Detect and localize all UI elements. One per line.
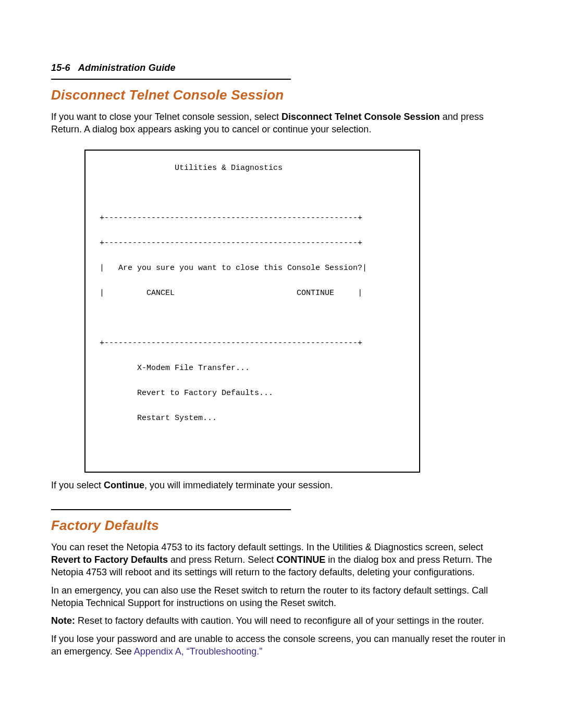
text: and press Return. Select [168, 554, 276, 565]
text: If you want to close your Telnet console… [51, 112, 282, 122]
disconnect-paragraph-1: If you want to close your Telnet console… [51, 110, 512, 136]
bold-text: Disconnect Telnet Console Session [282, 112, 440, 122]
menu-item-xmodem[interactable]: X-Modem File Transfer... [95, 362, 410, 375]
note-label: Note: [51, 615, 75, 626]
border-r: | [362, 264, 367, 273]
disconnect-paragraph-2: If you select Continue, you will immedia… [51, 479, 512, 491]
dialog-border-bottom: +---------------------------------------… [95, 337, 410, 350]
bold-text: Revert to Factory Defaults [51, 554, 168, 565]
text: If you lose your password and are unable… [51, 634, 506, 657]
appendix-link[interactable]: Appendix A, “Troubleshooting.” [134, 646, 262, 657]
section-rule [51, 79, 291, 80]
terminal-title: Utilities & Diagnostics [175, 164, 283, 172]
dialog-line: | Are you sure you want to close this Co… [95, 262, 410, 275]
dialog-border-top2: +---------------------------------------… [95, 237, 410, 250]
border-l: | [95, 264, 104, 273]
text: Reset to factory defaults with caution. … [75, 615, 484, 626]
bold-text: Continue [104, 480, 144, 490]
menu-item-restart[interactable]: Restart System... [95, 412, 410, 425]
tail [334, 289, 358, 298]
terminal-figure: Utilities & Diagnostics +---------------… [84, 150, 512, 473]
dialog-buttons-line: | CANCEL CONTINUE | [95, 287, 410, 300]
dialog-border-top1: +---------------------------------------… [95, 212, 410, 225]
factory-paragraph-4: If you lose your password and are unable… [51, 633, 512, 658]
running-title: Administration Guide [78, 63, 176, 73]
dialog-prompt: Are you sure you want to close this Cons… [104, 264, 362, 273]
text: , you will immediately terminate your se… [144, 480, 333, 490]
border-r: | [358, 289, 362, 298]
cancel-button[interactable]: CANCEL [104, 289, 175, 298]
blank-line [95, 312, 410, 325]
section-heading-factory: Factory Defaults [51, 517, 512, 534]
gap [175, 289, 297, 298]
factory-paragraph-1: You can reset the Netopia 4753 to its fa… [51, 541, 512, 579]
factory-paragraph-3: Note: Reset to factory defaults with cau… [51, 614, 512, 627]
text: You can reset the Netopia 4753 to its fa… [51, 542, 483, 552]
section-heading-disconnect: Disconnect Telnet Console Session [51, 87, 512, 103]
running-header: 15-6 Administration Guide [51, 63, 512, 73]
blank-line [95, 187, 410, 200]
terminal-screen: Utilities & Diagnostics +---------------… [84, 150, 420, 473]
bold-text: CONTINUE [276, 554, 325, 565]
section-rule [51, 509, 291, 510]
border-l: | [95, 289, 104, 298]
page-number: 15-6 [51, 63, 70, 73]
terminal-title-line: Utilities & Diagnostics [95, 162, 410, 175]
document-page: 15-6 Administration Guide Disconnect Tel… [0, 0, 563, 694]
running-title-space [73, 63, 78, 73]
continue-button[interactable]: CONTINUE [297, 289, 334, 298]
menu-item-revert[interactable]: Revert to Factory Defaults... [95, 387, 410, 400]
factory-paragraph-2: In an emergency, you can also use the Re… [51, 584, 512, 610]
text: If you select [51, 480, 104, 490]
